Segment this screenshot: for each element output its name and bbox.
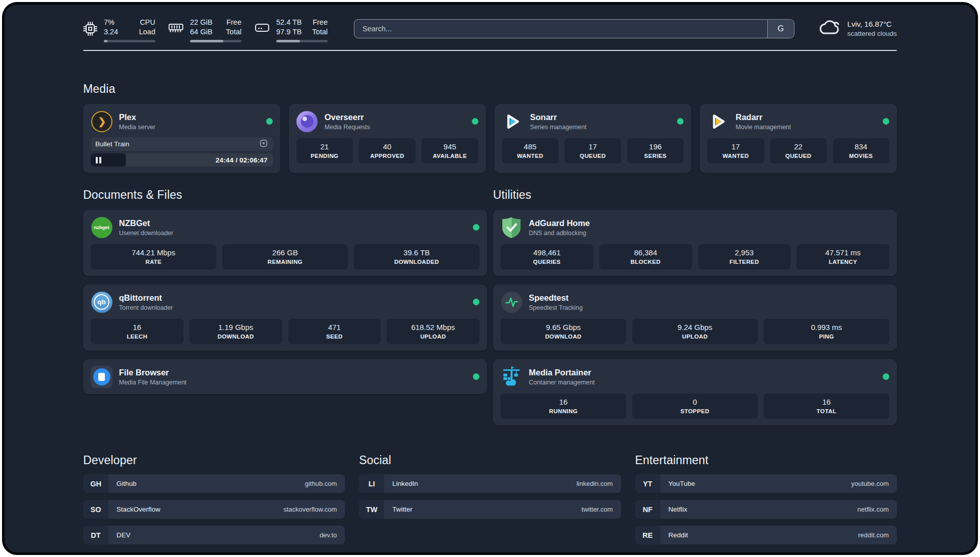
bookmark-youtube[interactable]: YT YouTube youtube.com <box>635 474 897 493</box>
nzbget-icon: nzbget <box>91 217 112 238</box>
section-social: Social LI LinkedIn linkedin.com TW Twitt… <box>359 454 621 544</box>
cpu-load-label: Load <box>139 27 155 37</box>
status-dot <box>473 299 479 305</box>
stat-box: 196 SERIES <box>627 138 684 163</box>
service-description: Series management <box>530 124 671 131</box>
bookmark-twitter[interactable]: TW Twitter twitter.com <box>359 500 621 519</box>
stat-box: 16 RUNNING <box>501 394 626 419</box>
playback-progress-bar: 24:44 / 02:06:47 <box>91 153 273 166</box>
disk-total-label: Total <box>312 27 328 37</box>
section-developer: Developer GH Github github.com SO StackO… <box>83 454 345 544</box>
bookmark-abbr: RE <box>635 526 660 544</box>
weather-condition: scattered clouds <box>847 29 897 38</box>
stat-box: 485 WANTED <box>502 138 559 163</box>
service-card-speedtest[interactable]: Speedtest Speedtest Tracking 9.65 Gbps D… <box>493 285 897 351</box>
bookmark-name: Twitter <box>392 506 412 513</box>
bookmark-dev[interactable]: DT DEV dev.to <box>83 526 345 544</box>
google-search-button[interactable]: G <box>767 20 793 38</box>
bookmark-github[interactable]: GH Github github.com <box>83 474 345 493</box>
bookmark-name: StackOverflow <box>116 506 160 513</box>
stat-box: 2,953 FILTERED <box>698 244 791 269</box>
service-name: Speedtest <box>529 293 889 303</box>
service-card-radarr[interactable]: Radarr Movie management 17 WANTED 22 QUE… <box>700 104 897 173</box>
sonarr-icon <box>502 110 524 132</box>
service-name: AdGuard Home <box>529 218 889 228</box>
bookmark-abbr: DT <box>83 526 108 544</box>
service-card-filebrowser[interactable]: File Browser Media File Management <box>83 359 487 394</box>
bookmark-url: linkedin.com <box>576 480 612 487</box>
service-description: Torrent downloader <box>119 304 466 311</box>
dashboard-content: 7% 3.24 CPU Load <box>5 5 975 552</box>
bookmark-name: Reddit <box>668 531 688 539</box>
bookmark-url: twitter.com <box>582 506 613 513</box>
service-card-adguard[interactable]: AdGuard Home DNS and adblocking 498,461 … <box>493 210 897 276</box>
service-card-plex[interactable]: ❯ Plex Media server Bullet Train <box>83 104 280 173</box>
entertainment-section-title: Entertainment <box>635 454 897 467</box>
cpu-usage-value: 7% <box>104 18 118 27</box>
stat-box: 744.21 Mbps RATE <box>91 244 216 269</box>
bookmark-abbr: GH <box>83 474 108 493</box>
bookmark-linkedin[interactable]: LI LinkedIn linkedin.com <box>359 474 621 493</box>
stat-box: 471 SEED <box>288 319 381 344</box>
service-description: DNS and adblocking <box>529 230 889 237</box>
pause-icon[interactable] <box>96 157 101 163</box>
overseerr-icon <box>296 111 318 132</box>
disk-progress-bar <box>276 40 328 42</box>
service-name: qBittorrent <box>119 293 466 303</box>
bookmark-url: reddit.com <box>858 531 889 539</box>
stat-box: 9.24 Gbps UPLOAD <box>632 319 758 344</box>
status-dot <box>677 118 684 125</box>
service-description: Media Requests <box>325 124 465 131</box>
system-stats: 7% 3.24 CPU Load <box>83 18 328 42</box>
service-name: Media Portainer <box>529 368 876 377</box>
service-name: Radarr <box>736 113 876 122</box>
service-card-qbittorrent[interactable]: qb qBittorrent Torrent downloader 16 <box>83 285 487 351</box>
bookmark-abbr: TW <box>359 500 384 519</box>
speedtest-icon <box>501 292 522 313</box>
service-card-overseerr[interactable]: Overseerr Media Requests 21 PENDING 40 A… <box>289 104 486 173</box>
documents-section-title: Documents & Files <box>83 188 487 202</box>
status-dot <box>883 118 889 125</box>
bookmark-stackoverflow[interactable]: SO StackOverflow stackoverflow.com <box>83 500 345 519</box>
service-card-sonarr[interactable]: Sonarr Series management 485 WANTED 17 Q… <box>495 104 692 173</box>
service-card-portainer[interactable]: Media Portainer Container management 16 … <box>493 359 897 425</box>
memory-widget: 22 GiB 64 GiB Free Total <box>168 18 241 42</box>
bookmark-reddit[interactable]: RE Reddit reddit.com <box>635 526 897 544</box>
stat-box: 834 MOVIES <box>833 138 889 163</box>
bookmark-abbr: LI <box>359 474 384 493</box>
portainer-icon <box>501 366 522 387</box>
service-name: Overseerr <box>325 113 465 122</box>
service-name: NZBGet <box>119 218 466 228</box>
disk-free-value: 52.4 TB <box>276 18 302 27</box>
status-dot <box>473 224 479 231</box>
service-description: Media File Management <box>119 379 466 386</box>
stat-box: 16 LEECH <box>91 319 183 344</box>
memory-free-value: 22 GiB <box>190 18 212 27</box>
radarr-icon <box>707 110 729 132</box>
search-input[interactable] <box>354 19 794 38</box>
bookmark-netflix[interactable]: NF Netflix netflix.com <box>635 500 897 519</box>
bookmark-name: DEV <box>116 531 131 539</box>
weather-location-temp: Lviv, 16.87°C <box>847 19 897 29</box>
bookmark-url: github.com <box>305 480 337 487</box>
disk-total-value: 97.9 TB <box>276 27 302 37</box>
bookmark-name: YouTube <box>668 480 695 487</box>
service-card-nzbget[interactable]: nzbget NZBGet Usenet downloader 744.21 M… <box>83 210 487 276</box>
stat-box: 86,384 BLOCKED <box>599 244 692 269</box>
stat-box: 39.6 TB DOWNLOADED <box>354 244 479 269</box>
section-media: Media ❯ Plex Media server <box>83 82 897 173</box>
stat-box: 17 WANTED <box>707 138 764 163</box>
cpu-icon <box>83 22 97 42</box>
bookmark-url: stackoverflow.com <box>283 506 337 513</box>
stat-box: 266 GB REMAINING <box>222 244 348 269</box>
bookmark-abbr: SO <box>83 500 108 519</box>
bookmark-name: LinkedIn <box>392 480 418 487</box>
stat-box: 9.65 Gbps DOWNLOAD <box>501 319 626 344</box>
section-entertainment: Entertainment YT YouTube youtube.com NF … <box>635 454 897 544</box>
status-dot <box>266 118 273 125</box>
stat-box: 16 TOTAL <box>764 394 889 419</box>
memory-icon <box>168 22 183 42</box>
stat-box: 0.993 ms PING <box>764 319 889 344</box>
disk-icon <box>255 22 270 42</box>
qbittorrent-icon: qb <box>91 292 112 313</box>
